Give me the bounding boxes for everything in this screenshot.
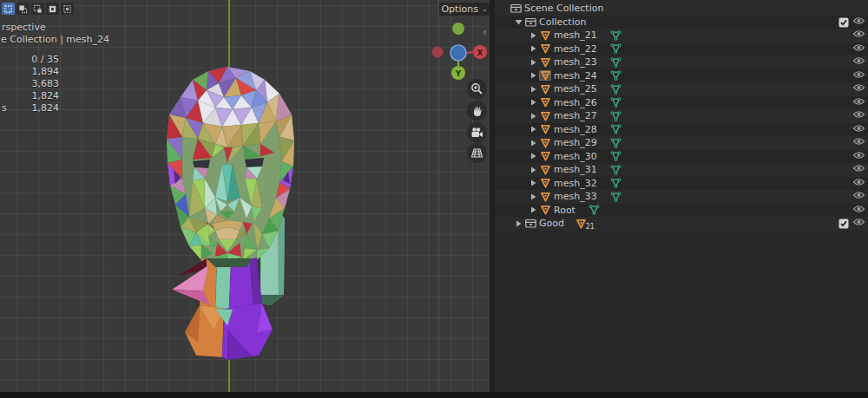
outliner-row[interactable]: mesh_25 [495, 82, 868, 96]
object-label[interactable]: mesh_23 [554, 56, 597, 68]
outliner-row[interactable]: mesh_21 [495, 29, 868, 42]
outliner-row[interactable]: mesh_26 [495, 96, 868, 110]
mesh-object-icon [539, 165, 551, 175]
viewport-stats-line: 0 / 35 [0, 54, 59, 66]
3d-viewport[interactable]: Options ⌄ ‹ rspective e Collection | mes… [0, 0, 490, 392]
object-label[interactable]: mesh_22 [554, 43, 597, 55]
outliner-row[interactable]: mesh_31 [495, 163, 868, 177]
expand-arrow[interactable] [512, 220, 524, 227]
mesh-data-icon [610, 84, 621, 95]
collection-checkbox[interactable] [838, 219, 849, 229]
object-label[interactable]: mesh_24 [554, 70, 597, 82]
options-button[interactable]: Options ⌄ [439, 3, 490, 16]
expand-arrow[interactable] [527, 179, 539, 186]
outliner-row[interactable]: mesh_23 [495, 55, 868, 69]
outliner-row[interactable]: mesh_32 [495, 177, 868, 191]
outliner-row[interactable]: mesh_22 [495, 42, 868, 56]
outliner-row[interactable]: Collection [495, 16, 868, 29]
stats-value: 0 / 35 [31, 54, 59, 65]
gizmo-neg-x-ball [432, 47, 444, 58]
expand-arrow[interactable] [527, 59, 539, 66]
expand-arrow[interactable] [527, 153, 539, 160]
hide-eye-toggle[interactable] [852, 151, 865, 160]
expand-arrow[interactable] [527, 86, 539, 93]
outliner-row[interactable]: mesh_29 [495, 136, 868, 150]
object-label[interactable]: mesh_32 [554, 178, 597, 189]
expand-arrow[interactable] [527, 126, 539, 133]
viewport-stats-line: 1,824 [0, 90, 59, 102]
object-label[interactable]: mesh_33 [554, 191, 597, 202]
hide-eye-toggle[interactable] [852, 56, 865, 65]
hide-eye-toggle[interactable] [852, 178, 865, 186]
object-label[interactable]: Collection [539, 16, 586, 28]
viewport-stats-line: 1,894 [0, 66, 59, 78]
outliner-row[interactable]: mesh_30 [495, 150, 868, 164]
mesh-object-icon [539, 97, 551, 108]
viewport-stats-line: 3,683 [0, 78, 59, 90]
expand-arrow[interactable] [527, 45, 539, 52]
outliner-row[interactable]: mesh_28 [495, 123, 868, 137]
outliner-row[interactable]: mesh_33 [495, 190, 868, 204]
pan-hand-icon[interactable] [467, 101, 487, 121]
object-label[interactable]: mesh_28 [554, 124, 597, 135]
camera-view-icon[interactable] [467, 122, 487, 142]
object-label[interactable]: mesh_26 [554, 97, 597, 108]
outliner-panel[interactable]: Scene CollectionCollectionmesh_21mesh_22… [495, 0, 868, 392]
hide-eye-toggle[interactable] [852, 16, 865, 25]
select-mode-intersect-button[interactable] [61, 3, 74, 15]
object-label[interactable]: Root [554, 205, 575, 216]
outliner-row[interactable]: Good21 [495, 217, 868, 231]
object-label[interactable]: Good [539, 218, 564, 229]
select-mode-invert-button[interactable] [46, 3, 59, 15]
outliner-row[interactable]: mesh_27 [495, 109, 868, 123]
select-mode-set-button[interactable] [2, 3, 15, 15]
hide-eye-toggle[interactable] [852, 218, 865, 226]
toggle-projection-icon[interactable] [467, 143, 487, 163]
expand-arrow[interactable] [527, 113, 539, 120]
outliner-row[interactable]: Scene Collection [495, 2, 868, 16]
hide-eye-toggle[interactable] [852, 137, 865, 146]
hide-eye-toggle[interactable] [852, 124, 865, 133]
outliner-row[interactable]: Root [495, 204, 868, 218]
expand-arrow[interactable] [527, 140, 539, 147]
select-mode-subtract-button[interactable] [31, 3, 44, 15]
hide-eye-toggle[interactable] [852, 43, 865, 52]
object-label[interactable]: mesh_29 [554, 137, 597, 148]
hide-eye-toggle[interactable] [852, 29, 865, 38]
mesh-data-icon [610, 111, 621, 121]
object-label[interactable]: mesh_25 [554, 83, 597, 95]
outliner-row[interactable]: mesh_24 [495, 69, 868, 83]
hide-eye-toggle[interactable] [852, 110, 865, 119]
low-poly-head-model[interactable] [0, 0, 490, 392]
collection-icon [524, 17, 536, 27]
chevron-down-icon: ⌄ [482, 5, 488, 13]
hide-eye-toggle[interactable] [852, 97, 865, 106]
select-mode-extend-button[interactable] [16, 3, 30, 15]
hide-eye-toggle[interactable] [852, 205, 865, 213]
object-label[interactable]: mesh_21 [554, 29, 597, 41]
expand-arrow[interactable] [527, 166, 539, 173]
expand-arrow[interactable] [512, 19, 524, 25]
mesh-data-icon [610, 30, 621, 41]
expand-arrow[interactable] [527, 206, 539, 213]
blender-window: Options ⌄ ‹ rspective e Collection | mes… [0, 0, 868, 398]
object-label[interactable]: mesh_27 [554, 110, 597, 121]
hide-eye-toggle[interactable] [852, 191, 865, 199]
hide-eye-toggle[interactable] [852, 164, 865, 173]
collection-contents-badge: 21 [575, 219, 587, 229]
mesh-data-icon [610, 165, 621, 175]
hide-eye-toggle[interactable] [852, 83, 865, 92]
zoom-icon[interactable] [467, 79, 487, 99]
object-label[interactable]: mesh_30 [554, 151, 597, 162]
expand-arrow[interactable] [527, 32, 539, 39]
hide-eye-toggle[interactable] [852, 70, 865, 79]
expand-arrow[interactable] [527, 193, 539, 200]
active-object-overlay: e Collection | mesh_24 [1, 34, 109, 45]
expand-arrow[interactable] [527, 72, 539, 79]
object-label[interactable]: mesh_31 [554, 164, 597, 175]
stats-value: 1,824 [32, 90, 60, 101]
expand-arrow[interactable] [527, 99, 539, 106]
navigation-gizmo[interactable]: X Y [427, 17, 490, 83]
collection-checkbox[interactable] [838, 17, 849, 28]
object-label[interactable]: Scene Collection [524, 3, 603, 14]
